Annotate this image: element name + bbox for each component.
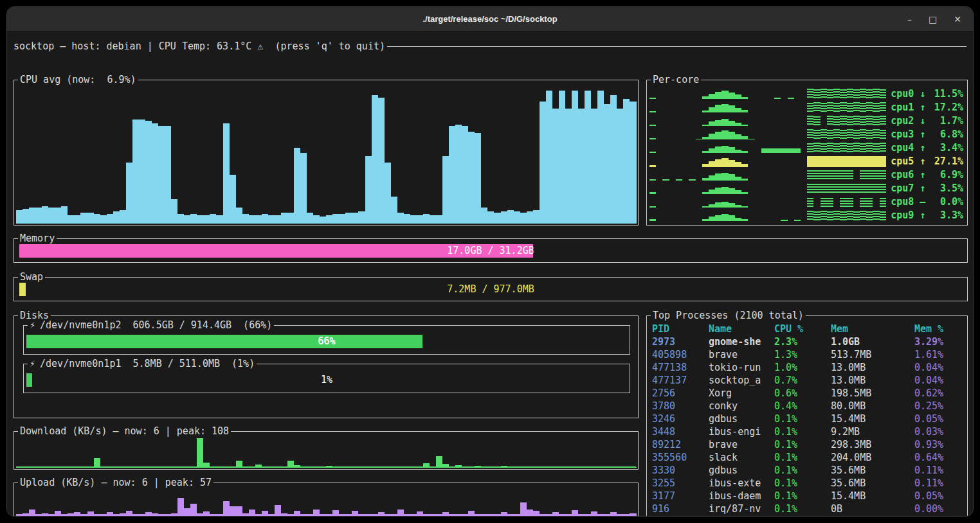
spark-bar [741,179,748,181]
core-label: cpu4 ↑ 3.4% [886,141,965,154]
history-bar [171,467,177,468]
history-bar [61,206,68,224]
history-bar [630,467,636,468]
minimize-icon[interactable]: – [907,15,912,24]
spark-bar [807,211,813,221]
history-bar [216,514,222,517]
disk-bolt-icon: ⚡ [30,319,35,332]
history-bar [275,505,281,517]
history-bar [339,214,345,224]
spark-bar [866,130,873,139]
terminal-content[interactable]: socktop — host: debian | CPU Temp: 63.1°… [7,31,973,516]
download-title: Download (KB/s) — now: 6 | peak: 108 [18,425,231,438]
process-cell-name: socktop_a [709,374,774,387]
history-bar [230,175,236,224]
spark-bar [847,116,853,126]
spark-bar [840,170,846,180]
history-bar [527,467,533,468]
core-percent: 3.4% [931,142,963,154]
spark-bar [649,152,656,153]
process-col-header: Mem % [914,323,965,335]
history-bar [449,467,455,468]
history-bar [184,467,190,468]
history-bar [372,95,378,224]
spark-bar [860,198,866,208]
upload-panel: Upload (KB/s) — now: 6 | peak: 57 [14,483,639,517]
history-bar [255,215,262,224]
history-bar [397,467,404,468]
history-bar [481,208,487,224]
window-titlebar[interactable]: ./target/release/soc ~/D/G/socktop – □ ✕ [7,7,973,31]
history-bar [623,514,630,517]
core-sparkline [649,154,886,168]
spark-bar [807,129,813,139]
spark-bar [813,184,820,194]
spark-bar [774,98,781,99]
history-bar [358,211,365,224]
spark-bar [715,92,721,99]
app-header-text: socktop — host: debian | CPU Temp: 63.1°… [14,40,385,52]
history-bar [617,467,623,468]
cpu-avg-panel: CPU avg (now: 6.9%) [14,80,639,226]
history-bar [190,504,197,517]
upload-title: Upload (KB/s) — now: 6 | peak: 57 [18,477,213,489]
core-name-arrow: cpu6 ↑ [891,169,931,181]
spark-bar [840,116,846,126]
spark-bar [860,116,866,126]
spark-bar [847,143,853,153]
spark-bar [649,165,656,167]
spark-bar [741,110,748,112]
history-bar [23,467,29,468]
spark-bar [833,103,840,112]
spark-bar [873,156,879,167]
history-bar [372,514,378,517]
process-cell-name: slack [709,451,774,464]
core-sparkline [649,114,886,127]
spark-bar [721,119,728,126]
process-cell-mem: 0B [831,502,914,515]
spark-bar [715,215,721,221]
spark-bar [702,151,709,153]
spark-bar [866,211,873,221]
history-bar [236,506,242,517]
history-bar [540,467,546,468]
spark-bar [715,146,721,153]
core-percent: 11.5% [931,88,963,100]
history-bar [139,120,145,224]
history-bar [559,514,565,517]
history-bar [520,467,527,468]
history-bar [223,501,230,517]
spark-bar [880,156,886,167]
history-bar [80,514,87,517]
spark-bar [880,102,886,112]
history-bar [514,514,520,517]
spark-bar [715,132,721,140]
history-bar [365,156,372,224]
history-bar [378,467,385,468]
spark-bar [649,98,656,100]
process-cell-pid: 2756 [652,387,709,400]
spark-bar [847,156,853,167]
percore-rows: cpu0 ↓ 11.5%cpu1 ↑ 17.2%cpu2 ↓ 1.7%cpu3 … [649,87,965,222]
close-icon[interactable]: ✕ [954,15,961,24]
history-bar [501,211,507,224]
history-bar [42,467,48,468]
spark-bar [721,146,728,154]
disk-nvme0n1p1: ⚡/dev/nvme0n1p1 5.8MB / 511.0MB (1%) 1%1… [23,364,630,393]
history-bar [391,514,397,517]
process-cell-pid: 89212 [652,438,709,451]
spark-bar [866,102,873,112]
spark-bar [696,139,702,140]
history-bar [462,467,468,468]
history-bar [391,467,397,468]
core-label: cpu7 ↑ 3.5% [886,182,965,195]
history-bar [332,467,339,468]
core-name-arrow: cpu4 ↑ [891,142,931,154]
spark-bar [735,205,741,208]
spark-bar [807,143,813,153]
history-bar [565,467,572,468]
history-bar [410,467,417,468]
maximize-icon[interactable]: □ [929,15,937,24]
spark-bar [649,125,656,126]
spark-bar [813,156,820,167]
